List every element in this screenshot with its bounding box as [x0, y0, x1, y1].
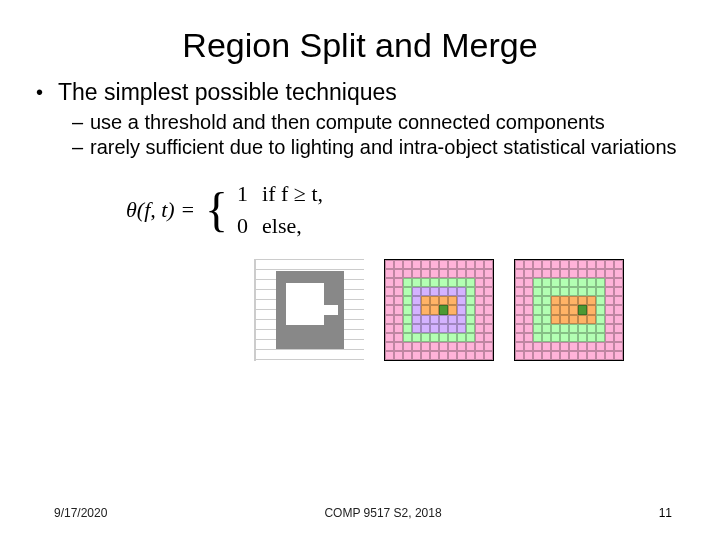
- sub-text-1: use a threshold and then compute connect…: [90, 110, 684, 134]
- footer: 9/17/2020 COMP 9517 S2, 2018 11: [0, 506, 720, 520]
- threshold-formula: θ(f, t) = { 1 if f ≥ t, 0 else,: [126, 181, 684, 239]
- case1-cond: if f ≥ t,: [262, 181, 323, 207]
- case2-cond: else,: [262, 213, 302, 239]
- content-area: • The simplest possible techniques – use…: [0, 79, 720, 361]
- sub-text-2: rarely sufficient due to lighting and in…: [90, 135, 684, 159]
- gray-shape: [276, 271, 344, 349]
- formula-lhs: θ(f, t) =: [126, 197, 195, 223]
- lhs-text: θ(f, t) =: [126, 197, 195, 223]
- split-grid-1: [384, 259, 494, 361]
- sub-bullet-1: – use a threshold and then compute conne…: [72, 110, 684, 134]
- case2-val: 0: [234, 213, 248, 239]
- slide-title: Region Split and Merge: [0, 0, 720, 79]
- footer-date: 9/17/2020: [54, 506, 107, 520]
- diagram-row: [36, 259, 684, 361]
- bullet-main: • The simplest possible techniques: [36, 79, 684, 106]
- case-2: 0 else,: [234, 213, 323, 239]
- footer-course: COMP 9517 S2, 2018: [324, 506, 441, 520]
- dash-icon: –: [72, 110, 90, 134]
- grayscale-shape-diagram: [254, 259, 364, 361]
- case1-val: 1: [234, 181, 248, 207]
- bullet-text: The simplest possible techniques: [58, 79, 684, 106]
- case-1: 1 if f ≥ t,: [234, 181, 323, 207]
- footer-page: 11: [659, 506, 672, 520]
- sub-bullet-2: – rarely sufficient due to lighting and …: [72, 135, 684, 159]
- formula-cases: 1 if f ≥ t, 0 else,: [234, 181, 323, 239]
- brace-icon: {: [205, 186, 228, 234]
- split-grid-2: [514, 259, 624, 361]
- bullet-dot: •: [36, 79, 58, 106]
- dash-icon: –: [72, 135, 90, 159]
